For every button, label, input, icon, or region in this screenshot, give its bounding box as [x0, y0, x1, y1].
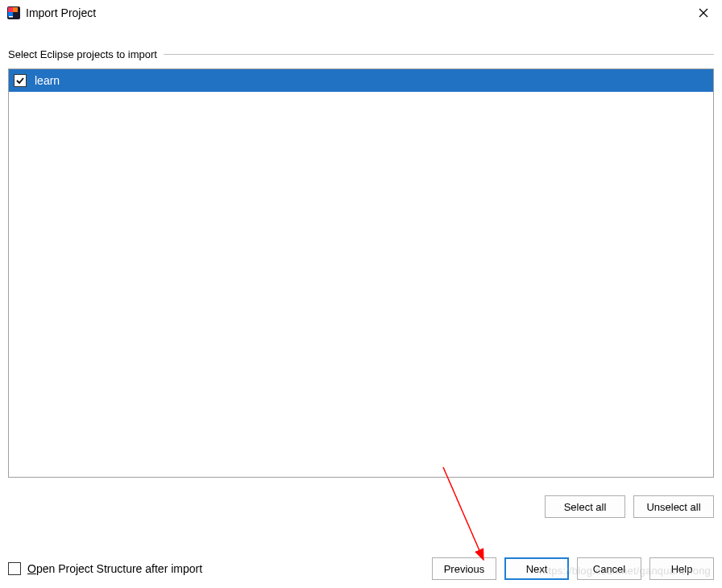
close-button[interactable]	[691, 3, 716, 23]
dialog-content: Select Eclipse projects to import learn …	[0, 26, 722, 518]
intellij-icon	[6, 6, 21, 20]
svg-rect-2	[13, 7, 18, 12]
select-all-button[interactable]: Select all	[545, 495, 625, 518]
close-icon	[699, 8, 708, 18]
project-list[interactable]: learn	[8, 68, 714, 478]
svg-rect-1	[8, 7, 13, 12]
section-header: Select Eclipse projects to import	[8, 48, 714, 60]
titlebar: Import Project	[0, 0, 722, 26]
titlebar-left: Import Project	[6, 6, 96, 20]
list-item[interactable]: learn	[9, 69, 713, 92]
window-title: Import Project	[26, 6, 96, 19]
open-structure-checkbox[interactable]	[8, 562, 21, 575]
cancel-button[interactable]: Cancel	[577, 557, 641, 580]
action-buttons: Previous Next Cancel Help	[432, 557, 714, 580]
svg-rect-4	[9, 16, 13, 18]
project-checkbox[interactable]	[14, 74, 27, 87]
project-name: learn	[35, 74, 60, 87]
select-buttons-row: Select all Unselect all	[8, 495, 714, 518]
section-label: Select Eclipse projects to import	[8, 48, 164, 60]
unselect-all-button[interactable]: Unselect all	[633, 495, 714, 518]
open-project-structure-option[interactable]: Open Project Structure after import	[8, 562, 202, 575]
bottom-row: Open Project Structure after import Prev…	[8, 557, 714, 580]
open-structure-label: Open Project Structure after import	[27, 562, 202, 575]
section-rule	[164, 54, 714, 55]
check-icon	[15, 76, 25, 85]
help-button[interactable]: Help	[649, 557, 714, 580]
previous-button[interactable]: Previous	[432, 557, 496, 580]
next-button[interactable]: Next	[504, 557, 569, 580]
